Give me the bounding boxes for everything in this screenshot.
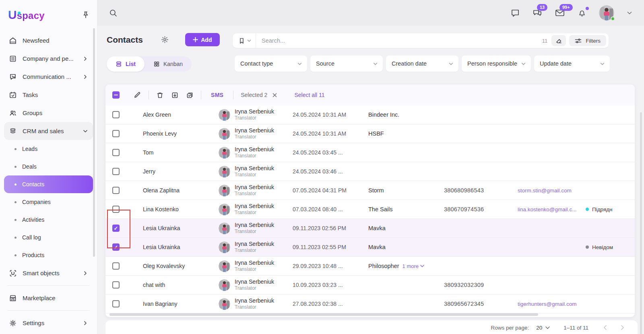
row-checkbox[interactable] bbox=[112, 111, 120, 118]
page-scrollbar[interactable] bbox=[640, 112, 642, 334]
email-link[interactable]: storm.stin@gmail.com bbox=[518, 188, 572, 194]
export-button[interactable] bbox=[171, 91, 179, 99]
filter-creation-date[interactable]: Creation date bbox=[386, 56, 458, 72]
edit-button[interactable] bbox=[133, 91, 141, 99]
contact-name[interactable]: Lesia Ukrainka bbox=[143, 244, 219, 250]
notifications-bell-icon[interactable] bbox=[577, 8, 587, 18]
email-link[interactable]: lina.kostenko@gmail.c... bbox=[518, 206, 577, 212]
row-checkbox[interactable] bbox=[112, 243, 120, 251]
contact-name[interactable]: chat with bbox=[143, 282, 219, 288]
horizontal-scrollbar[interactable] bbox=[109, 313, 538, 316]
sidebar-item-newsfeed[interactable]: Newsfeed bbox=[4, 31, 93, 49]
add-button[interactable]: Add bbox=[185, 33, 220, 46]
contact-name[interactable]: Lesia Ukrainka bbox=[143, 225, 219, 231]
creation-date: 09.11.2023 02:55 PM bbox=[293, 244, 368, 250]
row-checkbox[interactable] bbox=[112, 262, 120, 270]
sidebar-item-products[interactable]: Products bbox=[4, 246, 93, 264]
sidebar-item-crm-and-sales[interactable]: CRM and sales bbox=[4, 122, 93, 140]
delete-button[interactable] bbox=[156, 91, 164, 99]
clear-selection-icon[interactable] bbox=[272, 93, 277, 98]
global-search-icon[interactable] bbox=[109, 8, 118, 17]
table-row[interactable]: Jerry Iryna Serbeniuk Translator 24.05.2… bbox=[105, 162, 635, 181]
select-all-link[interactable]: Select all 11 bbox=[294, 92, 324, 98]
row-checkbox[interactable] bbox=[112, 187, 120, 194]
sidebar-item-deals[interactable]: Deals bbox=[4, 158, 93, 175]
responsible-avatar bbox=[219, 185, 230, 196]
sidebar-item-companies[interactable]: Companies bbox=[4, 193, 93, 211]
row-checkbox[interactable] bbox=[112, 225, 120, 232]
mail-icon[interactable]: 99+ bbox=[555, 8, 565, 18]
contact-name[interactable]: Olena Zaplitna bbox=[143, 187, 219, 194]
phone-number: 380670974536 bbox=[444, 206, 518, 212]
prev-page-button[interactable] bbox=[602, 324, 609, 331]
sidebar-item-groups[interactable]: Groups bbox=[4, 104, 93, 122]
logo-wordmark: spacy bbox=[17, 10, 45, 21]
table-row[interactable]: Lesia Ukrainka Iryna Serbeniuk Translato… bbox=[105, 219, 635, 238]
divider bbox=[233, 91, 233, 99]
table-row[interactable]: Phoenix Levy Iryna Serbeniuk Translator … bbox=[105, 124, 635, 143]
table-row[interactable]: Alex Green Iryna Serbeniuk Translator 24… bbox=[105, 105, 635, 124]
profile-chevron-icon[interactable] bbox=[626, 10, 633, 16]
contact-name[interactable]: Alex Green bbox=[143, 111, 219, 118]
table-row[interactable]: Tom Iryna Serbeniuk Translator 24.05.202… bbox=[105, 143, 635, 162]
contact-name[interactable]: Phoenix Levy bbox=[143, 130, 219, 137]
rows-per-page-select[interactable]: 20 bbox=[536, 325, 550, 331]
copy-button[interactable] bbox=[186, 91, 194, 99]
sidebar-item-call-log[interactable]: Call log bbox=[4, 229, 93, 246]
sidebar-item-marketplace[interactable]: Marketplace bbox=[4, 289, 93, 307]
user-avatar[interactable] bbox=[599, 5, 614, 21]
status-dot bbox=[586, 245, 589, 249]
filter-person-responsible[interactable]: Person responsible bbox=[462, 56, 531, 72]
table-row[interactable]: Ivan Bagriany Iryna Serbeniuk Translator… bbox=[105, 295, 635, 313]
more-chip[interactable]: 1 more bbox=[402, 263, 424, 269]
row-checkbox[interactable] bbox=[112, 300, 120, 307]
chevron-down-icon bbox=[247, 38, 252, 43]
mail-badge: 99+ bbox=[559, 4, 573, 11]
chats-icon[interactable]: 13 bbox=[532, 8, 543, 18]
table-row[interactable]: chat with Iryna Serbeniuk Translator 10.… bbox=[105, 276, 635, 295]
email-link[interactable]: tigerhunters@gmail.com bbox=[518, 301, 577, 307]
uspacy-logo[interactable]: U spacy bbox=[8, 8, 45, 22]
sidebar-scrollbar[interactable] bbox=[93, 28, 95, 257]
contact-name[interactable]: Lina Kostenko bbox=[143, 206, 219, 212]
filter-contact-type[interactable]: Contact type bbox=[235, 56, 307, 72]
row-checkbox[interactable] bbox=[112, 130, 120, 137]
comments-icon[interactable] bbox=[510, 8, 520, 18]
divider bbox=[7, 310, 90, 311]
search-input[interactable] bbox=[256, 37, 542, 44]
list-settings-gear-icon[interactable] bbox=[161, 35, 169, 44]
divider bbox=[201, 91, 201, 99]
sidebar-item-leads[interactable]: Leads bbox=[4, 140, 93, 158]
filters-button[interactable]: Filters bbox=[569, 35, 606, 46]
view-list-tab[interactable]: List bbox=[107, 56, 144, 72]
table-row[interactable]: Olena Zaplitna Iryna Serbeniuk Translato… bbox=[105, 181, 635, 200]
sidebar-item-contacts[interactable]: Contacts bbox=[4, 175, 93, 193]
filter-update-date[interactable]: Update date bbox=[534, 56, 610, 72]
sms-button[interactable]: SMS bbox=[208, 92, 226, 98]
row-checkbox[interactable] bbox=[112, 206, 120, 213]
sidebar-item-settings[interactable]: Settings bbox=[4, 314, 93, 332]
row-checkbox[interactable] bbox=[112, 168, 120, 175]
row-checkbox[interactable] bbox=[112, 149, 120, 156]
select-all-checkbox[interactable] bbox=[112, 91, 120, 99]
saved-filter-bookmark[interactable] bbox=[233, 33, 256, 48]
filter-source[interactable]: Source bbox=[310, 56, 383, 72]
contact-name[interactable]: Jerry bbox=[143, 168, 219, 175]
next-page-button[interactable] bbox=[619, 324, 625, 331]
table-row[interactable]: Oleg Kovalevsky Iryna Serbeniuk Translat… bbox=[105, 257, 635, 276]
contact-name[interactable]: Oleg Kovalevsky bbox=[143, 263, 219, 269]
contact-name[interactable]: Ivan Bagriany bbox=[143, 301, 219, 307]
table-row[interactable]: Lesia Ukrainka Iryna Serbeniuk Translato… bbox=[105, 238, 635, 257]
contact-name[interactable]: Tom bbox=[143, 149, 219, 156]
view-kanban-tab[interactable]: Kanban bbox=[144, 56, 192, 72]
table-row[interactable]: Lina Kostenko Iryna Serbeniuk Translator… bbox=[105, 200, 635, 219]
sidebar-item-company-and-people[interactable]: Company and pe... bbox=[4, 49, 93, 68]
sidebar-item-activities[interactable]: Activities bbox=[4, 211, 93, 229]
sidebar-item-smart-objects[interactable]: Smart objects bbox=[4, 264, 93, 282]
pin-sidebar-icon[interactable] bbox=[82, 11, 90, 19]
clear-search-button[interactable] bbox=[551, 35, 566, 46]
sidebar-item-communication[interactable]: Communication ... bbox=[4, 68, 93, 86]
sidebar-item-tasks[interactable]: Tasks bbox=[4, 86, 93, 104]
creation-date: 24.05.2024 03:46 ... bbox=[293, 168, 368, 175]
row-checkbox[interactable] bbox=[112, 281, 120, 289]
